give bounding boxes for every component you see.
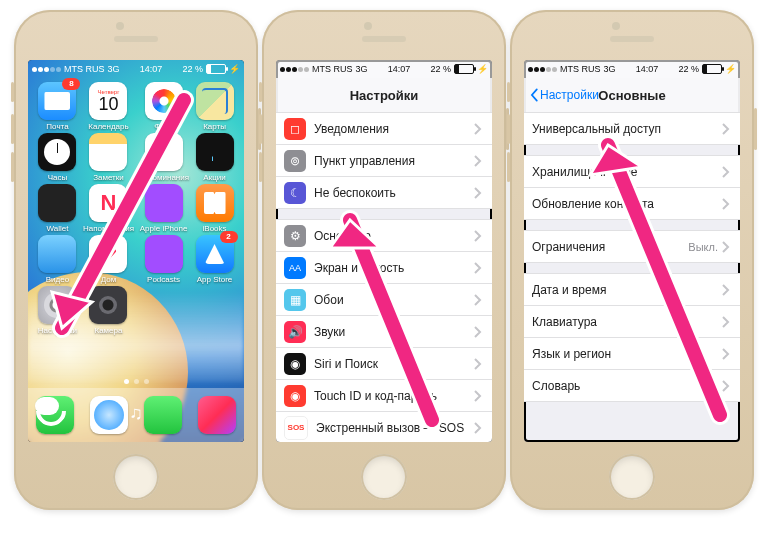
app-maps[interactable]: Карты: [193, 82, 236, 131]
page-indicator[interactable]: [28, 379, 244, 384]
restrictions-value: Выкл.: [688, 241, 718, 253]
settings-list[interactable]: ◻Уведомления ⊚Пункт управления ☾Не беспо…: [276, 112, 492, 442]
row-background-refresh[interactable]: Обновление контента: [524, 187, 740, 219]
chevron-right-icon: [722, 348, 730, 360]
app-mail[interactable]: 8Почта: [36, 82, 79, 131]
chevron-right-icon: [474, 390, 482, 402]
siri-icon: ◉: [284, 353, 306, 375]
page-title: Основные: [598, 88, 665, 103]
screen-home: MTS RUS3G 14:07 22 %⚡ 8Почта Четверг10Ка…: [28, 60, 244, 442]
row-general[interactable]: ⚙Основные: [276, 220, 492, 251]
tutorial-triptych: MTS RUS3G 14:07 22 %⚡ 8Почта Четверг10Ка…: [0, 0, 768, 542]
sos-icon: SOS: [284, 416, 308, 440]
chevron-right-icon: [474, 294, 482, 306]
row-dictionary[interactable]: Словарь: [524, 369, 740, 401]
clock-label: 14:07: [636, 64, 659, 74]
wallpaper-icon: ▦: [284, 289, 306, 311]
row-do-not-disturb[interactable]: ☾Не беспокоить: [276, 176, 492, 208]
chevron-right-icon: [474, 422, 482, 434]
battery-icon: [702, 64, 722, 74]
chevron-right-icon: [722, 284, 730, 296]
gear-icon: ⚙: [284, 225, 306, 247]
charging-icon: ⚡: [477, 64, 488, 74]
navbar: Настройки Основные: [524, 78, 740, 113]
app-reminders[interactable]: Напоминания: [138, 133, 189, 182]
row-date-time[interactable]: Дата и время: [524, 274, 740, 305]
signal-icon: [280, 67, 309, 72]
app-settings[interactable]: Настройки: [36, 286, 79, 335]
moon-icon: ☾: [284, 182, 306, 204]
dock-safari[interactable]: [90, 396, 128, 434]
carrier-label: MTS RUS: [64, 64, 105, 74]
app-grid: 8Почта Четверг10Календарь Фото Карты Час…: [28, 82, 244, 335]
row-touchid[interactable]: ◉Touch ID и код-пароль: [276, 379, 492, 411]
app-health[interactable]: Дом: [83, 235, 134, 284]
chevron-right-icon: [722, 198, 730, 210]
navbar: Настройки: [276, 78, 492, 113]
chevron-right-icon: [474, 187, 482, 199]
iphone-frame-settings-general: MTS RUS3G 14:07 22 %⚡ Настройки Основные…: [510, 10, 754, 510]
home-button[interactable]: [113, 454, 159, 500]
screen-settings-general: MTS RUS3G 14:07 22 %⚡ Настройки Основные…: [524, 60, 740, 442]
back-button[interactable]: Настройки: [528, 88, 599, 102]
badge-appstore: 2: [220, 231, 238, 243]
chevron-right-icon: [474, 358, 482, 370]
row-sos[interactable]: SOSЭкстренный вызов — SOS: [276, 411, 492, 442]
app-appstore[interactable]: 2App Store: [193, 235, 236, 284]
row-display[interactable]: AAЭкран и яркость: [276, 251, 492, 283]
app-tips[interactable]: Apple iPhone: [138, 184, 189, 233]
row-notifications[interactable]: ◻Уведомления: [276, 113, 492, 144]
app-photos[interactable]: Фото: [138, 82, 189, 131]
app-wallet[interactable]: Wallet: [36, 184, 79, 233]
row-keyboard[interactable]: Клавиатура: [524, 305, 740, 337]
general-list[interactable]: Универсальный доступ Хранилище iPhone Об…: [524, 112, 740, 442]
app-ibooks[interactable]: iBooks: [193, 184, 236, 233]
app-clock[interactable]: Часы: [36, 133, 79, 182]
app-stocks[interactable]: Акции: [193, 133, 236, 182]
screen-settings-root: MTS RUS3G 14:07 22 %⚡ Настройки ◻Уведомл…: [276, 60, 492, 442]
badge-mail: 8: [62, 78, 80, 90]
chevron-right-icon: [722, 123, 730, 135]
control-center-icon: ⊚: [284, 150, 306, 172]
network-label: 3G: [108, 64, 120, 74]
row-iphone-storage[interactable]: Хранилище iPhone: [524, 156, 740, 187]
row-accessibility[interactable]: Универсальный доступ: [524, 113, 740, 144]
row-siri[interactable]: ◉Siri и Поиск: [276, 347, 492, 379]
app-camera[interactable]: Камера: [83, 286, 134, 335]
app-calendar[interactable]: Четверг10Календарь: [83, 82, 134, 131]
home-button[interactable]: [609, 454, 655, 500]
row-wallpaper[interactable]: ▦Обои: [276, 283, 492, 315]
row-language-region[interactable]: Язык и регион: [524, 337, 740, 369]
battery-icon: [454, 64, 474, 74]
charging-icon: ⚡: [725, 64, 736, 74]
status-bar: MTS RUS3G 14:07 22 %⚡: [28, 60, 244, 78]
clock-label: 14:07: [140, 64, 163, 74]
chevron-right-icon: [722, 316, 730, 328]
row-restrictions[interactable]: ОграниченияВыкл.: [524, 231, 740, 262]
chevron-right-icon: [722, 380, 730, 392]
clock-label: 14:07: [388, 64, 411, 74]
chevron-right-icon: [722, 241, 730, 253]
chevron-left-icon: [528, 88, 540, 102]
signal-icon: [528, 67, 557, 72]
app-video[interactable]: Видео: [36, 235, 79, 284]
notifications-icon: ◻: [284, 118, 306, 140]
iphone-frame-settings-root: MTS RUS3G 14:07 22 %⚡ Настройки ◻Уведомл…: [262, 10, 506, 510]
battery-icon: [206, 64, 226, 74]
chevron-right-icon: [474, 155, 482, 167]
display-icon: AA: [284, 257, 306, 279]
chevron-right-icon: [474, 123, 482, 135]
app-notes[interactable]: Заметки: [83, 133, 134, 182]
status-bar: MTS RUS3G 14:07 22 %⚡: [524, 60, 740, 78]
app-podcasts[interactable]: Podcasts: [138, 235, 189, 284]
row-sounds[interactable]: 🔊Звуки: [276, 315, 492, 347]
page-title: Настройки: [350, 88, 419, 103]
chevron-right-icon: [474, 230, 482, 242]
chevron-right-icon: [474, 326, 482, 338]
row-control-center[interactable]: ⊚Пункт управления: [276, 144, 492, 176]
dock-music[interactable]: [198, 396, 236, 434]
dock-messages[interactable]: [144, 396, 182, 434]
fingerprint-icon: ◉: [284, 385, 306, 407]
home-button[interactable]: [361, 454, 407, 500]
app-news[interactable]: NНапоминания: [83, 184, 134, 233]
